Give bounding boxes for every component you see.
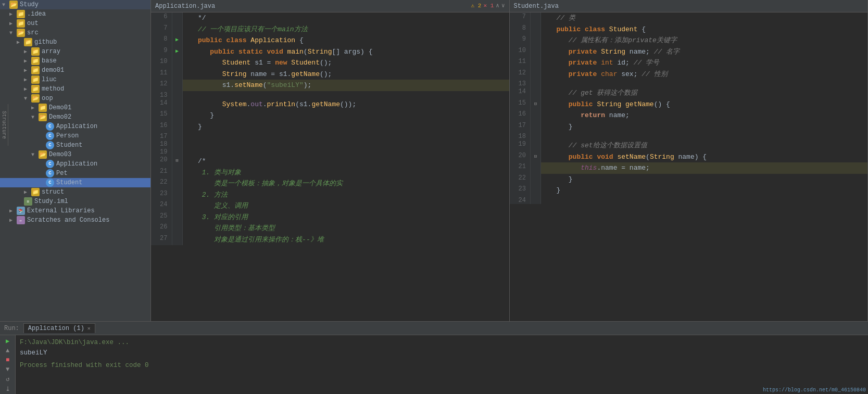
- fold-icon[interactable]: ⊟: [534, 101, 537, 107]
- tree-item-ext-libs[interactable]: ▶📚External Libraries: [0, 206, 150, 215]
- tree-item-src[interactable]: ▼📂src: [0, 28, 150, 37]
- tree-item-method[interactable]: ▶📁method: [0, 84, 150, 94]
- code-content-22: }: [541, 174, 868, 185]
- code-line-13: 13: [151, 91, 509, 99]
- tree-item-application-d3[interactable]: CApplication: [0, 159, 150, 169]
- tree-label-student-d2: Student: [56, 142, 82, 149]
- tree-item-base[interactable]: ▶📁base: [0, 56, 150, 66]
- code-line-19: 19 // set给这个数据设置值: [510, 140, 868, 151]
- gutter-18: [172, 140, 182, 148]
- code-line-12: 12 s1.setName("subeiLY");: [151, 80, 509, 91]
- scroll-end-button[interactable]: ⤓: [2, 385, 14, 393]
- stop-button[interactable]: ■: [2, 357, 14, 364]
- code-content-8: public class Student {: [541, 24, 868, 35]
- gutter-15[interactable]: ⊟: [531, 99, 541, 110]
- close-tab-icon[interactable]: ✕: [87, 325, 91, 332]
- gutter-19: [172, 148, 182, 156]
- tree-item-application-d2[interactable]: CApplication: [0, 122, 150, 131]
- tree-item-demo01[interactable]: ▶📁demo01: [0, 66, 150, 75]
- line-number-10: 10: [510, 46, 531, 58]
- warn-icon: ⚠ 2: [471, 2, 482, 9]
- tree-item-idea[interactable]: ▶📁.idea: [0, 9, 150, 19]
- line-number-17: 17: [510, 121, 531, 133]
- gutter-23: [531, 185, 541, 196]
- bottom-run-panel: Run: Application (1) ✕ ▶ ▲ ■ ▼ ↺ ⤓ F:\Ja…: [0, 321, 868, 394]
- code-line-27: 27 对象是通过引用来操作的：栈--》堆: [151, 234, 509, 246]
- run-result-line1: subeiLY: [20, 348, 757, 358]
- code-content-13: [182, 91, 509, 99]
- gutter-16: [172, 121, 182, 133]
- line-number-18: 18: [151, 140, 172, 148]
- tree-label-demo03-oop: Demo03: [49, 151, 71, 158]
- code-content-23: 2. 方法: [182, 189, 509, 201]
- line-number-27: 27: [151, 234, 172, 246]
- code-line-24: 24: [510, 196, 868, 204]
- line-number-7: 7: [510, 12, 531, 24]
- gutter-9[interactable]: ▶: [172, 46, 182, 58]
- tree-item-scratches[interactable]: ▶✏Scratches and Consoles: [0, 215, 150, 225]
- gutter-8[interactable]: ▶: [172, 35, 182, 46]
- tree-item-demo02-oop[interactable]: ▼📂Demo02: [0, 112, 150, 122]
- tree-icon-struct: 📁: [31, 188, 40, 196]
- code-line-7: 7 // 类: [510, 12, 868, 24]
- tree-arrow-base: ▶: [24, 58, 31, 64]
- run-arrow-icon: ▶: [175, 48, 179, 54]
- tree-item-out[interactable]: ▶📁out: [0, 19, 150, 28]
- line-number-13: 13: [151, 91, 172, 99]
- code-content-24: [541, 196, 868, 204]
- tree-icon-pet-d3: C: [46, 169, 54, 177]
- tree-item-struct[interactable]: ▶📁struct: [0, 187, 150, 197]
- fold-icon[interactable]: ⊟: [534, 154, 537, 159]
- tree-item-oop[interactable]: ▼📂oop: [0, 94, 150, 103]
- tree-item-pet-d3[interactable]: CPet: [0, 169, 150, 178]
- tree-item-array[interactable]: ▶📁array: [0, 47, 150, 56]
- tree-icon-ext-libs: 📚: [17, 207, 25, 215]
- tree-icon-array: 📁: [31, 47, 40, 56]
- tree-item-github[interactable]: ▶📁github: [0, 37, 150, 47]
- tree-label-idea: .idea: [27, 10, 46, 18]
- run-output: F:\Java\JDK\bin\java.exe ... subeiLY Pro…: [16, 335, 761, 394]
- tree-item-student-d2[interactable]: CStudent: [0, 141, 150, 150]
- gutter-13: [172, 91, 182, 99]
- gutter-20[interactable]: ⊟: [531, 151, 541, 163]
- line-number-16: 16: [151, 121, 172, 133]
- rerun-button[interactable]: ↺: [2, 375, 14, 383]
- tree-item-student-d3[interactable]: CStudent: [0, 178, 150, 187]
- tree-arrow-scratches: ▶: [9, 217, 17, 223]
- run-button[interactable]: ▶: [2, 337, 14, 345]
- nav-up[interactable]: ∧: [496, 2, 499, 9]
- tree-item-person-d2[interactable]: CPerson: [0, 131, 150, 141]
- right-code-table: 7 // 类8 public class Student {9 // 属性私有：…: [510, 12, 868, 204]
- line-number-11: 11: [510, 57, 531, 69]
- tree-arrow-demo02-oop: ▼: [31, 115, 39, 120]
- code-line-22: 22 类是一个模板：抽象，对象是一个具体的实: [151, 178, 509, 189]
- tree-item-study-root[interactable]: ▼📂Study: [0, 0, 150, 9]
- tree-label-study-iml: Study.iml: [34, 198, 68, 205]
- scroll-up-button[interactable]: ▲: [2, 347, 14, 354]
- gutter-14: [172, 99, 182, 110]
- tree-item-liuc[interactable]: ▶📁liuc: [0, 75, 150, 84]
- nav-down[interactable]: ∨: [501, 2, 505, 9]
- gutter-6: [172, 12, 182, 24]
- tree-item-demo01-oop[interactable]: ▶📁Demo01: [0, 103, 150, 112]
- run-tab[interactable]: Application (1) ✕: [23, 323, 95, 333]
- tree-item-study-iml[interactable]: ≡Study.iml: [0, 197, 150, 206]
- tree-icon-student-d3: C: [46, 179, 54, 187]
- code-line-10: 10 private String name; // 名字: [510, 46, 868, 58]
- scroll-down-button[interactable]: ▼: [2, 366, 14, 373]
- code-line-23: 23 }: [510, 185, 868, 196]
- tree-label-person-d2: Person: [56, 132, 79, 139]
- line-number-9: 9: [151, 46, 172, 58]
- left-editor-pane: Application.java ⚠ 2 ✕ 1 ∧ ∨ 6 */7 // 一个…: [151, 0, 510, 321]
- gutter-12: [172, 80, 182, 91]
- code-content-14: System.out.println(s1.getName());: [182, 99, 509, 110]
- run-tab-bar: Run: Application (1) ✕: [0, 322, 868, 335]
- fold-icon[interactable]: ⊞: [175, 158, 178, 163]
- line-number-23: 23: [151, 189, 172, 201]
- tree-item-demo03-oop[interactable]: ▼📂Demo03: [0, 150, 150, 159]
- gutter-20[interactable]: ⊞: [172, 156, 182, 167]
- tree-arrow-method: ▶: [24, 86, 31, 92]
- code-content-10: Student s1 = new Student();: [182, 57, 509, 69]
- code-line-12: 12 private char sex; // 性别: [510, 69, 868, 80]
- structure-tab[interactable]: Structure: [0, 104, 8, 146]
